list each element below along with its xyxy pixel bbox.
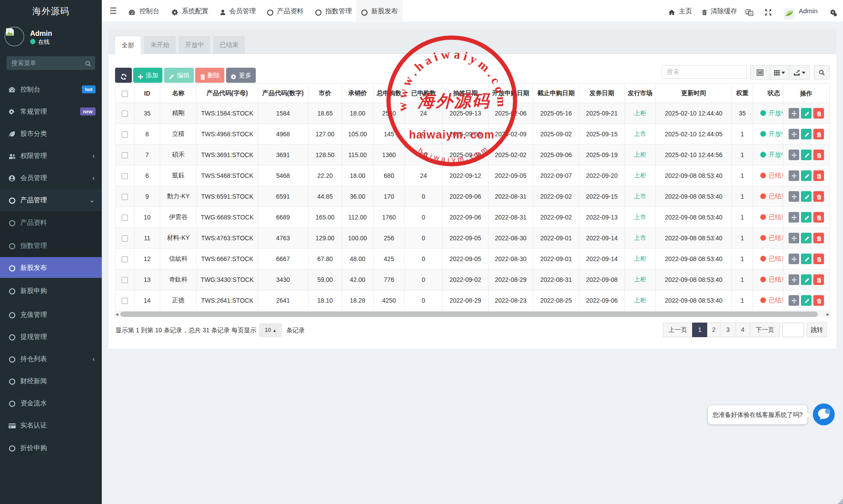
- svg-text:A: A: [750, 11, 752, 15]
- svg-text:haiwaiym. com: haiwaiym. com: [409, 128, 494, 141]
- svg-text:海外源码: 海外源码: [417, 92, 491, 110]
